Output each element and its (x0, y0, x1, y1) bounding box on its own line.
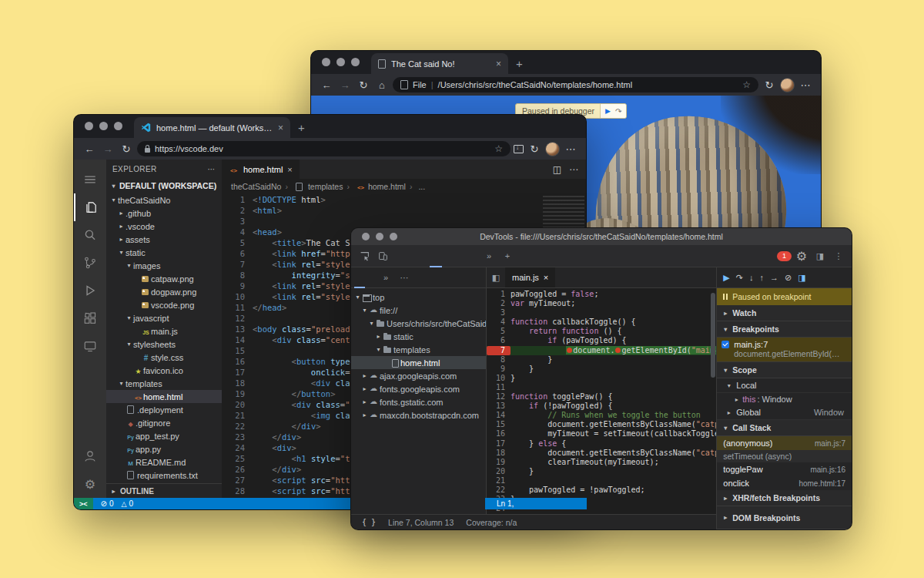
line-number-gutter[interactable]: 5 (222, 237, 253, 248)
source-code-editor[interactable]: 1pawToggled = false;2var myTimeout;34fun… (487, 288, 716, 514)
remote-indicator[interactable] (74, 498, 93, 509)
favorites-star-icon[interactable] (494, 143, 503, 154)
explorer-item[interactable]: ▾ stylesheets (106, 338, 222, 351)
code-line[interactable]: 17 } else { (487, 439, 716, 449)
source-tree-item[interactable]: ▸ maxcdn.bootstrapcdn.com (351, 408, 486, 422)
devtools-menu-icon[interactable] (830, 247, 847, 264)
devtools-tab[interactable] (417, 245, 430, 267)
line-number-gutter[interactable]: 9 (487, 365, 511, 374)
pretty-print-icon[interactable]: { } (362, 518, 376, 526)
line-number-gutter[interactable]: 10 (487, 374, 511, 383)
favorites-star-icon[interactable] (742, 79, 751, 90)
line-number-gutter[interactable]: 27 (222, 475, 253, 486)
line-number-gutter[interactable]: 18 (487, 449, 511, 458)
explorer-item[interactable]: style.css (106, 351, 222, 364)
line-number-gutter[interactable]: 8 (222, 270, 253, 281)
remote-explorer-icon[interactable] (74, 332, 106, 360)
call-stack-frame[interactable]: setTimeout (async) (717, 450, 852, 462)
split-editor-icon[interactable] (553, 164, 561, 175)
explorer-item[interactable]: requirements.txt (106, 469, 222, 482)
traffic-lights[interactable] (362, 233, 397, 240)
line-number-gutter[interactable]: 26 (222, 464, 253, 475)
devtools-tab[interactable] (393, 245, 405, 267)
close-window-icon[interactable] (85, 122, 93, 130)
line-number-gutter[interactable]: 9 (222, 281, 253, 291)
scope-local[interactable]: ▾ Local (717, 378, 852, 393)
explorer-item[interactable]: ▸ .github (106, 207, 222, 220)
settings-gear-icon[interactable] (793, 247, 810, 264)
explorer-item[interactable]: main.js (106, 324, 222, 338)
add-panel-icon[interactable] (499, 247, 516, 264)
code-line[interactable]: 9 } (487, 365, 716, 374)
line-number-gutter[interactable]: 11 (222, 302, 253, 313)
call-stack-frame[interactable]: (anonymous) main.js:7 (717, 436, 852, 450)
zoom-window-icon[interactable] (351, 58, 360, 66)
code-line[interactable]: 14 // Runs when we toggle the button (487, 411, 716, 420)
navigator-tab[interactable] (365, 267, 376, 288)
breadcrumb-item[interactable]: theCatSaidNo (231, 182, 281, 191)
source-control-icon[interactable] (74, 249, 106, 277)
line-number-gutter[interactable]: 1 (222, 194, 253, 205)
line-number-gutter[interactable]: 18 (222, 378, 253, 388)
dock-side-icon[interactable] (812, 247, 829, 264)
explorer-item[interactable]: ▾ static (106, 246, 222, 259)
vscode-titlebar[interactable]: home.html — default (Workspace) (74, 115, 586, 138)
devtools-titlebar[interactable]: DevTools - file:///Users/chris/src/theCa… (351, 228, 852, 245)
code-line[interactable]: 1<!DOCTYPE html> (222, 194, 586, 205)
explorer-item[interactable]: dogpaw.png (106, 285, 222, 298)
breadcrumb-item[interactable]: templates (281, 182, 343, 191)
line-number-gutter[interactable]: 21 (222, 410, 253, 421)
line-number-gutter[interactable]: 22 (222, 421, 253, 432)
line-number-gutter[interactable]: 13 (222, 324, 253, 334)
explorer-item[interactable]: favicon.ico (106, 364, 222, 377)
step-out-icon[interactable] (759, 273, 764, 282)
scope-section[interactable]: ▾ Scope (717, 362, 852, 378)
browser-menu-icon[interactable] (798, 79, 813, 91)
search-icon[interactable] (74, 221, 106, 249)
line-number-gutter[interactable]: 13 (487, 402, 511, 411)
navigator-overflow-icon[interactable] (377, 269, 394, 286)
line-number-gutter[interactable]: 16 (487, 429, 511, 439)
line-number-gutter[interactable]: 17 (487, 439, 511, 449)
close-editor-icon[interactable] (287, 165, 292, 174)
step-into-icon[interactable] (749, 273, 754, 282)
explorer-item[interactable]: app.py (106, 442, 222, 455)
line-number-gutter[interactable]: 19 (222, 388, 253, 399)
resume-script-icon[interactable] (723, 273, 729, 283)
profile-avatar[interactable] (545, 142, 560, 156)
call-stack-section[interactable]: ▾ Call Stack (717, 420, 852, 436)
devtools-tab[interactable] (405, 245, 417, 267)
line-number-gutter[interactable]: 5 (487, 327, 511, 336)
vscode-browser-tab[interactable]: home.html — default (Workspace) (134, 117, 290, 138)
forward-icon[interactable] (100, 143, 116, 155)
forward-icon[interactable] (337, 79, 353, 91)
line-number-gutter[interactable]: 2 (487, 299, 511, 308)
close-tab-icon[interactable] (496, 59, 501, 69)
code-line[interactable]: 3 (487, 308, 716, 318)
resume-script-icon[interactable] (605, 107, 611, 115)
code-line[interactable]: 22 pawToggled = !pawToggled; (487, 486, 716, 495)
breakpoint-entry[interactable]: main.js:7 document.getElementById(… (717, 338, 852, 362)
code-line[interactable]: 6 if (pawToggled) { (487, 336, 716, 345)
source-tree-item[interactable]: home.html (351, 356, 486, 369)
explorer-item[interactable]: home.html (106, 390, 222, 403)
explorer-item[interactable]: ▾ theCatSaidNo (106, 193, 222, 207)
source-tree-item[interactable]: ▾ Users/chris/src/theCatSaidNo (351, 317, 486, 330)
line-number-gutter[interactable]: 3 (222, 216, 253, 227)
explorer-item[interactable]: ▸ .vscode (106, 220, 222, 233)
code-line[interactable]: 18 document.getElementsByClassName("catp… (487, 449, 716, 458)
reload-icon[interactable] (356, 79, 371, 91)
back-icon[interactable] (319, 79, 334, 91)
line-number-gutter[interactable]: 8 (487, 355, 511, 365)
line-number-gutter[interactable]: 1 (487, 290, 511, 299)
address-bar[interactable]: File | /Users/chris/src/theCatSaidNo/tem… (393, 77, 758, 92)
new-tab-button[interactable] (516, 57, 523, 70)
minimize-window-icon[interactable] (336, 58, 345, 66)
browser-sync-icon[interactable] (527, 143, 542, 155)
explorer-item[interactable]: app_test.py (106, 429, 222, 442)
source-tree-item[interactable]: ▸ static (351, 330, 486, 343)
code-line[interactable]: 11 (487, 383, 716, 392)
code-line[interactable]: 13 if (!pawToggled) { (487, 402, 716, 411)
account-icon[interactable] (74, 442, 106, 470)
dom-breakpoints-section[interactable]: ▸ DOM Breakpoints (717, 506, 852, 529)
